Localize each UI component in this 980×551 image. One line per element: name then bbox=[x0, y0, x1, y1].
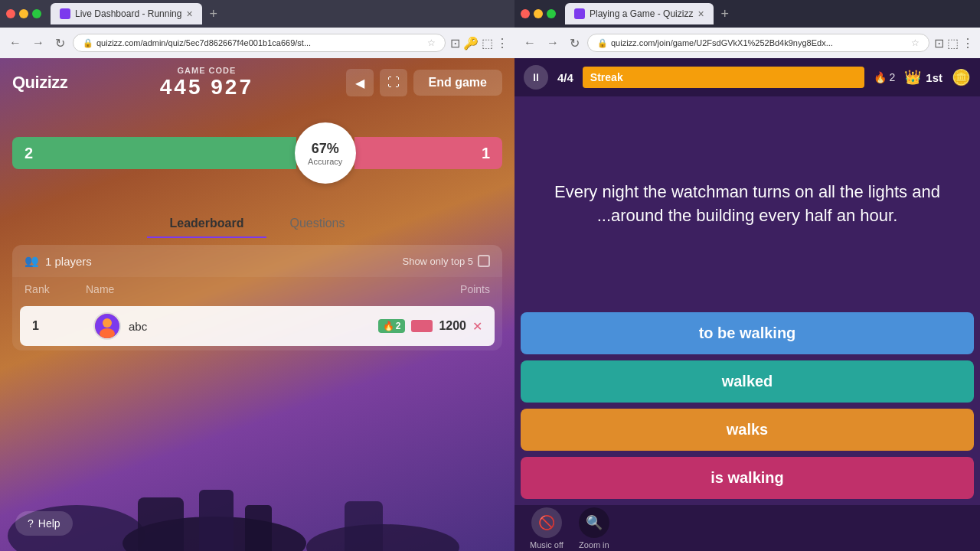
zoom-icon: 🔍 bbox=[579, 507, 609, 538]
new-tab-button-left[interactable]: + bbox=[205, 6, 223, 22]
star-icon-left[interactable]: ☆ bbox=[427, 37, 436, 48]
reload-button-right[interactable]: ↻ bbox=[567, 34, 583, 52]
answer-option-4[interactable]: is walking bbox=[521, 457, 974, 499]
game-code-value: 445 927 bbox=[160, 75, 253, 99]
leaderboard-table-header: Rank Name Points bbox=[12, 277, 502, 302]
help-icon: ? bbox=[28, 517, 34, 530]
quizizz-logo: Quizizz bbox=[12, 73, 67, 93]
accuracy-circle: 67% Accuracy bbox=[295, 122, 356, 184]
toolbar-icons-right: ⊡ ⬚ ⋮ bbox=[934, 36, 974, 51]
streak-icon: 🔥 bbox=[383, 321, 394, 331]
svg-point-8 bbox=[103, 318, 112, 328]
extension-icon-2[interactable]: 🔑 bbox=[463, 36, 479, 51]
streak-number: 2 bbox=[890, 71, 896, 83]
active-tab-right[interactable]: Playing a Game - Quizizz × bbox=[565, 3, 714, 24]
minimize-dot-right[interactable] bbox=[534, 9, 543, 18]
close-dot-right[interactable] bbox=[521, 9, 530, 18]
browser-chrome-left: Live Dashboard - Running × + ← → ↻ 🔒 qui… bbox=[0, 0, 514, 58]
maximize-dot-right[interactable] bbox=[547, 9, 556, 18]
tab-favicon-right bbox=[574, 8, 585, 19]
game-code-section: GAME CODE 445 927 bbox=[160, 66, 253, 99]
tab-questions[interactable]: Questions bbox=[266, 210, 368, 238]
active-tab-left[interactable]: Live Dashboard - Running × bbox=[51, 3, 202, 24]
kick-button[interactable]: ✕ bbox=[472, 319, 482, 334]
avatar-icon bbox=[95, 314, 119, 338]
accuracy-pct: 67% bbox=[312, 141, 339, 157]
zoom-in-button[interactable]: 🔍 Zoom in bbox=[579, 507, 609, 549]
correct-count: 2 bbox=[24, 145, 33, 162]
reload-button-left[interactable]: ↻ bbox=[52, 34, 68, 52]
extension-icon-1[interactable]: ⊡ bbox=[450, 36, 460, 51]
game-code-label: GAME CODE bbox=[160, 66, 253, 75]
col-points-header: Points bbox=[383, 283, 490, 295]
minimize-dot[interactable] bbox=[19, 9, 28, 18]
address-bar-right: ← → ↻ 🔒 quizizz.com/join/game/U2FsdGVkX1… bbox=[514, 28, 980, 58]
address-bar-left: ← → ↻ 🔒 quizizz.com/admin/quiz/5ec7d8626… bbox=[0, 28, 514, 58]
audio-button[interactable]: ◀ bbox=[346, 69, 374, 96]
answer-option-2[interactable]: walked bbox=[521, 360, 974, 403]
extension-icon-r1[interactable]: ⊡ bbox=[934, 36, 944, 51]
browser-chrome-right: Playing a Game - Quizizz × + ← → ↻ 🔒 qui… bbox=[514, 0, 980, 58]
question-text: Every night the watchman turns on all th… bbox=[530, 112, 965, 297]
close-dot[interactable] bbox=[6, 9, 15, 18]
forward-button-left[interactable]: → bbox=[29, 34, 47, 51]
question-area: Every night the watchman turns on all th… bbox=[514, 96, 980, 312]
streak-bar: Streak bbox=[583, 67, 864, 88]
back-button-right[interactable]: ← bbox=[521, 34, 539, 51]
player-rank: 1 bbox=[32, 319, 93, 333]
left-panel: Live Dashboard - Running × + ← → ↻ 🔒 qui… bbox=[0, 0, 514, 551]
new-tab-button-right[interactable]: + bbox=[717, 6, 734, 22]
toolbar-icons-left: ⊡ 🔑 ⬚ ⋮ bbox=[450, 36, 508, 51]
address-input-right[interactable]: 🔒 quizizz.com/join/game/U2FsdGVkX1%252Bd… bbox=[587, 34, 929, 52]
end-game-button[interactable]: End game bbox=[413, 70, 502, 96]
answer-option-3[interactable]: walks bbox=[521, 409, 974, 451]
tab-favicon-left bbox=[60, 8, 70, 19]
position-text: 1st bbox=[926, 71, 942, 84]
incorrect-count: 1 bbox=[482, 145, 490, 162]
address-text-right: quizizz.com/join/game/U2FsdGVkX1%252Bd4k… bbox=[611, 38, 908, 47]
player-name-cell: abc bbox=[93, 312, 375, 340]
back-button-left[interactable]: ← bbox=[6, 34, 24, 51]
answer-option-1[interactable]: to be walking bbox=[521, 312, 974, 354]
fullscreen-button[interactable]: ⛶ bbox=[380, 69, 407, 96]
player-points: 1200 bbox=[439, 319, 466, 333]
star-icon-right[interactable]: ☆ bbox=[911, 37, 920, 48]
lightning-icon: 🔥 bbox=[874, 71, 887, 83]
leaderboard-section: 👥 1 players Show only top 5 Rank Name Po… bbox=[12, 245, 502, 350]
window-controls-right bbox=[521, 9, 556, 18]
extension-icon-r2[interactable]: ⬚ bbox=[947, 36, 959, 51]
header-controls: ◀ ⛶ End game bbox=[346, 69, 502, 96]
top5-checkbox[interactable] bbox=[478, 255, 490, 267]
forward-button-right[interactable]: → bbox=[544, 34, 562, 51]
address-input-left[interactable]: 🔒 quizizz.com/admin/quiz/5ec7d862667f4e0… bbox=[73, 34, 446, 52]
menu-icon-right[interactable]: ⋮ bbox=[962, 36, 974, 51]
help-button[interactable]: ? Help bbox=[15, 511, 73, 536]
decorative-rocks bbox=[0, 383, 514, 551]
leaderboard-header: 👥 1 players Show only top 5 bbox=[12, 245, 502, 277]
extension-icon-3[interactable]: ⬚ bbox=[482, 36, 493, 51]
svg-rect-2 bbox=[138, 497, 184, 551]
right-game-area: ⏸ 4/4 Streak 🔥 2 👑 1st 🪙 Every night the… bbox=[514, 58, 980, 551]
maximize-dot[interactable] bbox=[32, 9, 41, 18]
tabs-section: Leaderboard Questions bbox=[12, 210, 502, 238]
tab-close-right[interactable]: × bbox=[697, 8, 704, 20]
table-row: 1 abc 🔥 2 1200 ✕ bbox=[20, 306, 495, 346]
pause-button[interactable]: ⏸ bbox=[524, 65, 548, 90]
right-game-header: ⏸ 4/4 Streak 🔥 2 👑 1st 🪙 bbox=[514, 58, 980, 96]
incorrect-bar: 1 bbox=[354, 137, 502, 169]
tab-leaderboard[interactable]: Leaderboard bbox=[147, 210, 267, 238]
crown-icon: 👑 bbox=[904, 69, 921, 86]
menu-icon-left[interactable]: ⋮ bbox=[496, 36, 508, 51]
tab-title-right: Playing a Game - Quizizz bbox=[590, 8, 693, 19]
lock-icon-left: 🔒 bbox=[83, 38, 93, 48]
lock-icon-right: 🔒 bbox=[597, 38, 608, 48]
tab-close-left[interactable]: × bbox=[186, 8, 192, 20]
players-count: 1 players bbox=[45, 255, 92, 268]
player-name: abc bbox=[129, 320, 147, 333]
streak-count-right: 🔥 2 bbox=[874, 71, 896, 83]
right-panel: Playing a Game - Quizizz × + ← → ↻ 🔒 qui… bbox=[514, 0, 980, 551]
svg-rect-4 bbox=[245, 505, 272, 551]
accuracy-mini-bar bbox=[411, 320, 433, 332]
top5-section: Show only top 5 bbox=[402, 255, 490, 267]
music-off-button[interactable]: 🚫 Music off bbox=[530, 507, 564, 549]
